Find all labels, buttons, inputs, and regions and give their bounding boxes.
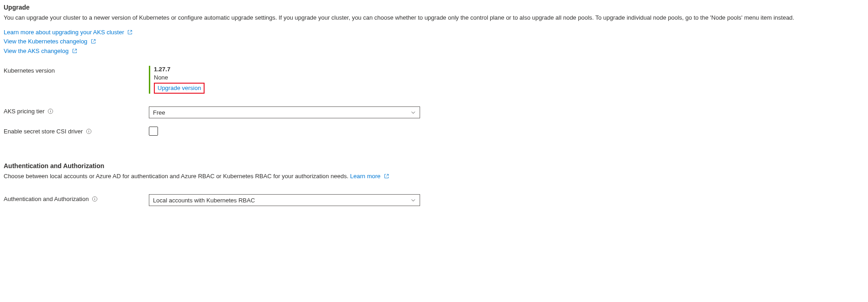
auth-heading: Authentication and Authorization bbox=[4, 162, 864, 170]
svg-rect-5 bbox=[89, 130, 89, 131]
auth-learn-more-link[interactable]: Learn more bbox=[350, 173, 389, 180]
kubernetes-version-label: Kubernetes version bbox=[4, 66, 149, 74]
csi-driver-checkbox[interactable] bbox=[149, 127, 158, 136]
pricing-tier-select[interactable]: Free bbox=[149, 106, 420, 118]
k8s-changelog-link[interactable]: View the Kubernetes changelog bbox=[4, 37, 864, 47]
aks-changelog-link[interactable]: View the AKS changelog bbox=[4, 47, 864, 56]
kubernetes-version-sub: None bbox=[154, 74, 205, 81]
svg-rect-1 bbox=[50, 111, 51, 112]
upgrade-version-highlight: Upgrade version bbox=[154, 83, 205, 94]
svg-rect-4 bbox=[89, 131, 89, 132]
external-link-icon bbox=[91, 37, 96, 47]
learn-more-upgrade-link[interactable]: Learn more about upgrading your AKS clus… bbox=[4, 28, 864, 37]
csi-driver-label: Enable secret store CSI driver bbox=[4, 128, 83, 135]
chevron-down-icon bbox=[410, 110, 416, 115]
auth-description: Choose between local accounts or Azure A… bbox=[4, 172, 415, 181]
pricing-tier-selected: Free bbox=[153, 109, 165, 116]
link-label: Learn more about upgrading your AKS clus… bbox=[4, 29, 124, 36]
svg-rect-8 bbox=[95, 198, 95, 198]
chevron-down-icon bbox=[410, 197, 416, 203]
external-link-icon bbox=[384, 173, 389, 181]
svg-rect-2 bbox=[50, 110, 51, 111]
kubernetes-version-value: 1.27.7 bbox=[154, 66, 205, 73]
pricing-tier-label: AKS pricing tier bbox=[4, 108, 45, 115]
upgrade-description: You can upgrade your cluster to a newer … bbox=[4, 14, 857, 22]
info-icon[interactable] bbox=[85, 128, 92, 135]
info-icon[interactable] bbox=[91, 196, 98, 202]
auth-field-label: Authentication and Authorization bbox=[4, 196, 89, 202]
upgrade-version-link[interactable]: Upgrade version bbox=[158, 85, 201, 91]
kubernetes-version-block: 1.27.7 None Upgrade version bbox=[149, 66, 205, 94]
upgrade-heading: Upgrade bbox=[4, 4, 864, 11]
auth-select[interactable]: Local accounts with Kubernetes RBAC bbox=[149, 194, 420, 206]
svg-rect-7 bbox=[95, 199, 95, 200]
link-label: View the Kubernetes changelog bbox=[4, 38, 87, 45]
link-label: View the AKS changelog bbox=[4, 48, 68, 54]
external-link-icon bbox=[127, 28, 132, 37]
info-icon[interactable] bbox=[47, 108, 54, 115]
auth-selected: Local accounts with Kubernetes RBAC bbox=[153, 197, 255, 204]
external-link-icon bbox=[72, 47, 77, 56]
